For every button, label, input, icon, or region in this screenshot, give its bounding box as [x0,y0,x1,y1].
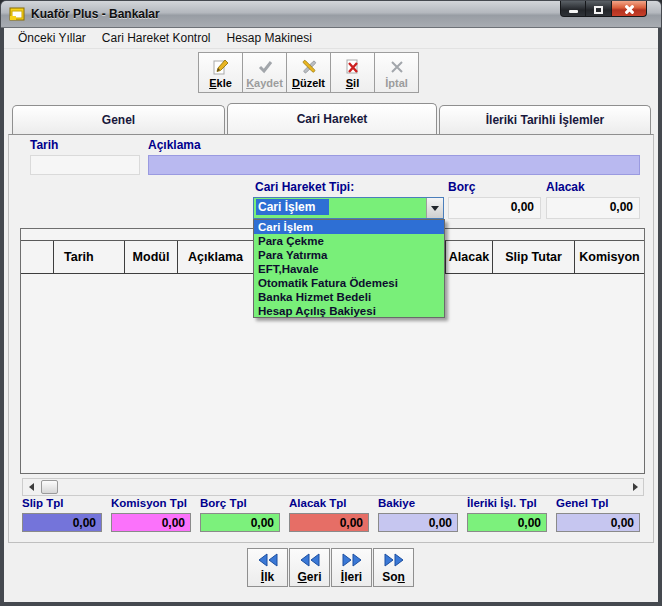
bakiye-label: Bakiye [378,497,458,513]
scroll-right-button[interactable] [627,479,643,495]
close-icon [624,4,635,15]
arrow-right-icon [633,483,638,491]
grid-header-alacak[interactable]: Alacak [446,241,493,273]
genel-tpl-value: 0,00 [556,513,640,532]
grid-header-indicator[interactable] [21,241,54,273]
maximize-button[interactable] [586,1,611,17]
tarih-label: Tarih [30,138,58,152]
total-borc: Borç Tpl 0,00 [200,497,280,532]
dropdown-item-para-yatirma[interactable]: Para Yatırma [254,248,444,262]
ileri-button[interactable]: İleri [331,548,372,587]
bakiye-value: 0,00 [378,513,458,532]
menu-onceki-yillar[interactable]: Önceki Yıllar [10,29,94,47]
app-window: Kuaför Plus - Bankalar Önceki Yıllar Car… [0,0,662,606]
window-title: Kuaför Plus - Bankalar [31,7,160,21]
close-button[interactable] [611,1,647,17]
son-label: Son [382,571,405,584]
tab-ileriki-tarihli-islemler[interactable]: İleriki Tarihli İşlemler [439,105,651,134]
totals-row: Slip Tpl 0,00 Komisyon Tpl 0,00 Borç Tpl… [22,497,640,532]
cari-hareket-tipi-combobox[interactable]: Cari İşlem [253,197,444,219]
geri-label: Geri [297,571,321,584]
tarih-field[interactable] [30,155,140,175]
horizontal-scrollbar[interactable] [22,478,644,496]
dropdown-item-para-cekme[interactable]: Para Çekme [254,234,444,248]
last-record-icon [383,553,405,567]
sil-button[interactable]: Sil [330,52,375,93]
grid-header-tarih[interactable]: Tarih [54,241,125,273]
title-bar[interactable]: Kuaför Plus - Bankalar [1,1,661,28]
grid-header-aciklama[interactable]: Açıklama [178,241,254,273]
record-navigation-bar: İlk Geri İleri Son [4,548,658,588]
genel-tpl-label: Genel Tpl [556,497,640,513]
client-area: Önceki Yıllar Cari Hareket Kontrol Hesap… [4,28,658,602]
combobox-selected-value: Cari İşlem [256,199,329,215]
combobox-dropdown-button[interactable] [426,198,443,218]
kaydet-label: Kaydet [246,77,283,90]
alacak-label: Alacak [546,180,585,194]
next-record-icon [341,553,363,567]
slip-tpl-label: Slip Tpl [22,497,102,513]
slip-tpl-value: 0,00 [22,513,102,532]
tab-cari-hareket[interactable]: Cari Hareket [227,103,437,134]
grid-header-slip-tutar[interactable]: Slip Tutar [493,241,575,273]
borc-tpl-label: Borç Tpl [200,497,280,513]
borc-tpl-value: 0,00 [200,513,280,532]
app-icon [9,7,25,21]
iptal-label: İptal [385,77,408,90]
dropdown-item-otomatik-fatura-odemesi[interactable]: Otomatik Fatura Ödemesi [254,276,444,290]
menu-cari-hareket-kontrol[interactable]: Cari Hareket Kontrol [94,29,219,47]
dropdown-item-eft-havale[interactable]: EFT,Havale [254,262,444,276]
total-slip: Slip Tpl 0,00 [22,497,102,532]
ileriki-isl-tpl-value: 0,00 [467,513,547,532]
grid-header-modul[interactable]: Modül [125,241,178,273]
sil-label: Sil [346,77,359,90]
ilk-button[interactable]: İlk [247,548,288,587]
combobox-dropdown-list: Cari İşlem Para Çekme Para Yatırma EFT,H… [253,219,445,318]
previous-record-icon [299,553,321,567]
ileriki-isl-tpl-label: İleriki İşl. Tpl [467,497,547,513]
tools-icon [300,57,318,77]
dropdown-item-banka-hizmet-bedeli[interactable]: Banka Hizmet Bedeli [254,290,444,304]
minimize-icon [569,10,578,13]
kaydet-button[interactable]: Kaydet [242,52,287,93]
menu-hesap-makinesi[interactable]: Hesap Makinesi [219,29,320,47]
total-bakiye: Bakiye 0,00 [378,497,458,532]
total-genel: Genel Tpl 0,00 [556,497,640,532]
total-alacak: Alacak Tpl 0,00 [289,497,369,532]
borc-field[interactable]: 0,00 [448,197,541,219]
aciklama-label: Açıklama [148,138,201,152]
delete-x-icon [344,57,362,77]
duzelt-button[interactable]: Düzelt [286,52,331,93]
tab-strip: Genel Cari Hareket İleriki Tarihli İşlem… [12,105,653,134]
dropdown-item-hesap-acilis-bakiyesi[interactable]: Hesap Açılış Bakiyesi [254,304,444,318]
cari-hareket-tipi-label: Cari Hareket Tipi: [255,180,354,194]
total-komisyon: Komisyon Tpl 0,00 [111,497,191,532]
scroll-left-button[interactable] [23,479,39,495]
tab-genel[interactable]: Genel [12,105,225,134]
minimize-button[interactable] [560,1,586,17]
grid-header-komisyon[interactable]: Komisyon [575,241,644,273]
borc-label: Borç [448,180,475,194]
check-icon [256,57,274,77]
ileri-label: İleri [341,571,362,584]
first-record-icon [257,553,279,567]
alacak-tpl-value: 0,00 [289,513,369,532]
arrow-left-icon [29,483,34,491]
chevron-down-icon [431,206,439,211]
menu-bar: Önceki Yıllar Cari Hareket Kontrol Hesap… [4,28,658,49]
iptal-button[interactable]: İptal [374,52,419,93]
ekle-button[interactable]: Ekle [198,52,243,93]
total-ileriki: İleriki İşl. Tpl 0,00 [467,497,547,532]
cancel-x-icon [388,57,406,77]
dropdown-item-cari-islem[interactable]: Cari İşlem [254,220,444,234]
ekle-label: Ekle [209,77,232,90]
alacak-field[interactable]: 0,00 [546,197,640,219]
scrollbar-thumb[interactable] [41,480,58,494]
geri-button[interactable]: Geri [289,548,330,587]
komisyon-tpl-label: Komisyon Tpl [111,497,191,513]
toolbar: Ekle Kaydet Düzelt [198,52,418,93]
pencil-icon [212,57,230,77]
aciklama-field[interactable] [148,155,640,175]
son-button[interactable]: Son [373,548,414,587]
komisyon-tpl-value: 0,00 [111,513,191,532]
